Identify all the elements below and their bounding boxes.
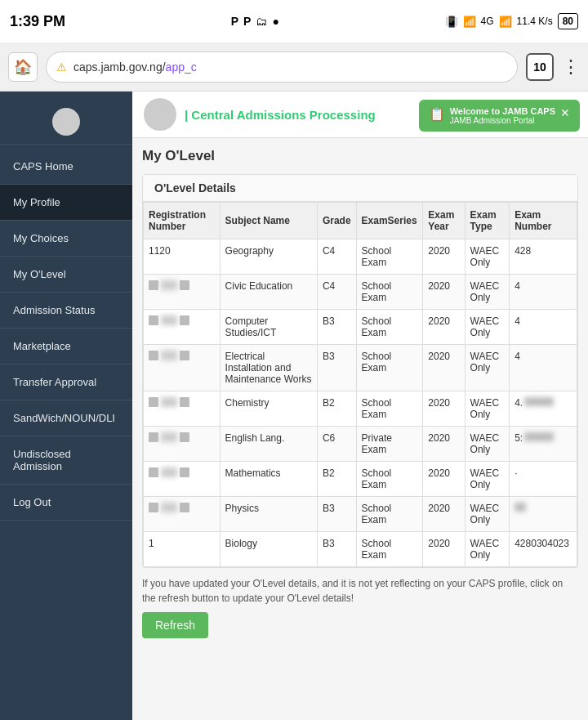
main-layout: CAPS Home My Profile My Choices My O'Lev… — [0, 92, 588, 720]
cell-grade: B2 — [317, 462, 356, 497]
cell-grade: B3 — [317, 532, 356, 567]
cell-year: 2020 — [423, 462, 465, 497]
col-year: Exam Year — [423, 203, 465, 239]
sidebar-item-log-out[interactable]: Log Out — [0, 485, 132, 521]
col-number: Exam Number — [510, 203, 577, 239]
table-row: ChemistryB2School Exam2020WAEC Only4. — [144, 391, 577, 427]
dot-icon: ● — [272, 15, 278, 28]
cell-subject: Civic Education — [220, 275, 317, 310]
sidebar-item-my-profile[interactable]: My Profile — [0, 185, 132, 221]
sidebar-item-my-choices[interactable]: My Choices — [0, 221, 132, 257]
cell-subject: Electrical Installation and Maintenance … — [220, 345, 317, 391]
sidebar-item-my-olevel[interactable]: My O'Level — [0, 257, 132, 293]
notif-close-button[interactable]: ✕ — [560, 106, 570, 119]
browser-menu-button[interactable]: ⋮ — [562, 56, 580, 78]
col-subject: Subject Name — [220, 203, 317, 239]
url-bar[interactable]: ⚠ caps.jamb.gov.ng/app_c — [46, 51, 518, 83]
cell-grade: B3 — [317, 345, 356, 391]
cell-number: 428 — [510, 239, 577, 275]
col-type: Exam Type — [465, 203, 510, 239]
table-row: Civic EducationC4School Exam2020WAEC Onl… — [144, 275, 577, 310]
sidebar-item-undisclosed-admission[interactable]: Undisclosed Admission — [0, 436, 132, 485]
cell-year: 2020 — [423, 275, 465, 310]
cell-type: WAEC Only — [465, 497, 510, 532]
battery-indicator: 80 — [558, 13, 578, 29]
sidebar-item-sandwich[interactable]: SandWich/NOUN/DLI — [0, 400, 132, 436]
refresh-button[interactable]: Refresh — [142, 612, 208, 638]
table-row: PhysicsB3School Exam2020WAEC Only — [144, 497, 577, 532]
cell-series: School Exam — [356, 462, 423, 497]
cell-reg-num: 1120 — [144, 239, 220, 275]
sidebar: CAPS Home My Profile My Choices My O'Lev… — [0, 92, 132, 720]
cell-type: WAEC Only — [465, 391, 510, 427]
cell-series: School Exam — [356, 239, 423, 275]
cell-subject: Physics — [220, 497, 317, 532]
cell-number: 4280304023 — [510, 532, 577, 567]
notification-banner: 📋 Welcome to JAMB CAPS JAMB Admission Po… — [419, 100, 580, 132]
cell-number: 4 — [510, 275, 577, 310]
page-content: My O'Level O'Level Details Registration … — [132, 138, 588, 648]
cell-reg-num — [144, 391, 220, 427]
cell-number: 4. — [510, 391, 577, 427]
cell-reg-num — [144, 345, 220, 391]
status-bar: 1:39 PM P P 🗂 ● 📳 📶 4G 📶 11.4 K/s 80 — [0, 0, 588, 42]
cell-number — [510, 497, 577, 532]
url-path: app_c — [166, 60, 197, 74]
cell-series: School Exam — [356, 532, 423, 567]
cell-number: 4 — [510, 310, 577, 345]
olevel-table: Registration Number Subject Name Grade E… — [143, 202, 577, 567]
cell-number: 4 — [510, 345, 577, 391]
vibrate-icon: 📳 — [445, 16, 458, 28]
sidebar-logo — [0, 100, 132, 145]
security-warning-icon: ⚠ — [56, 60, 67, 74]
sidebar-item-marketplace[interactable]: Marketplace — [0, 329, 132, 364]
cell-type: WAEC Only — [465, 532, 510, 567]
cell-grade: C6 — [317, 427, 356, 462]
cell-subject: Chemistry — [220, 391, 317, 427]
table-row: 1120GeographyC4School Exam2020WAEC Only4… — [144, 239, 577, 275]
cell-year: 2020 — [423, 310, 465, 345]
cell-series: School Exam — [356, 391, 423, 427]
cell-reg-num — [144, 497, 220, 532]
cell-type: WAEC Only — [465, 275, 510, 310]
cell-type: WAEC Only — [465, 462, 510, 497]
col-reg-num: Registration Number — [144, 203, 220, 239]
url-text: caps.jamb.gov.ng/app_c — [74, 60, 197, 74]
time-display: 1:39 PM — [10, 13, 65, 30]
cell-reg-num — [144, 310, 220, 345]
col-grade: Grade — [317, 203, 356, 239]
cell-series: School Exam — [356, 345, 423, 391]
cell-year: 2020 — [423, 532, 465, 567]
header-title: | Central Admissions Processing — [185, 108, 376, 122]
tab-count-button[interactable]: 10 — [526, 53, 554, 81]
cell-year: 2020 — [423, 391, 465, 427]
p-icon1: P — [231, 15, 238, 28]
table-row: MathematicsB2School Exam2020WAEC Only· — [144, 462, 577, 497]
browser-home-button[interactable]: 🏠 — [8, 52, 38, 82]
sidebar-item-admission-status[interactable]: Admission Status — [0, 293, 132, 329]
cell-subject: Geography — [220, 239, 317, 275]
header-logo — [144, 98, 176, 131]
cell-grade: B2 — [317, 391, 356, 427]
signal-icon: 📶 — [463, 16, 476, 28]
cell-series: Private Exam — [356, 427, 423, 462]
page-title: My O'Level — [142, 148, 578, 164]
sidebar-item-transfer-approval[interactable]: Transfer Approval — [0, 364, 132, 400]
cell-series: School Exam — [356, 275, 423, 310]
notif-subtitle: JAMB Admission Portal — [450, 116, 555, 125]
sidebar-logo-image — [52, 108, 80, 136]
sidebar-item-caps-home[interactable]: CAPS Home — [0, 149, 132, 185]
table-row: Electrical Installation and Maintenance … — [144, 345, 577, 391]
table-row: 1BiologyB3School Exam2020WAEC Only428030… — [144, 532, 577, 567]
cell-subject: Biology — [220, 532, 317, 567]
cell-number: · — [510, 462, 577, 497]
cell-year: 2020 — [423, 427, 465, 462]
table-header-row: Registration Number Subject Name Grade E… — [144, 203, 577, 239]
cell-type: WAEC Only — [465, 239, 510, 275]
cell-reg-num — [144, 275, 220, 310]
table-row: Computer Studies/ICTB3School Exam2020WAE… — [144, 310, 577, 345]
notif-title: Welcome to JAMB CAPS — [450, 106, 555, 116]
notif-text: Welcome to JAMB CAPS JAMB Admission Port… — [450, 106, 555, 125]
olevel-card: O'Level Details Registration Number Subj… — [142, 174, 578, 568]
cell-grade: C4 — [317, 275, 356, 310]
